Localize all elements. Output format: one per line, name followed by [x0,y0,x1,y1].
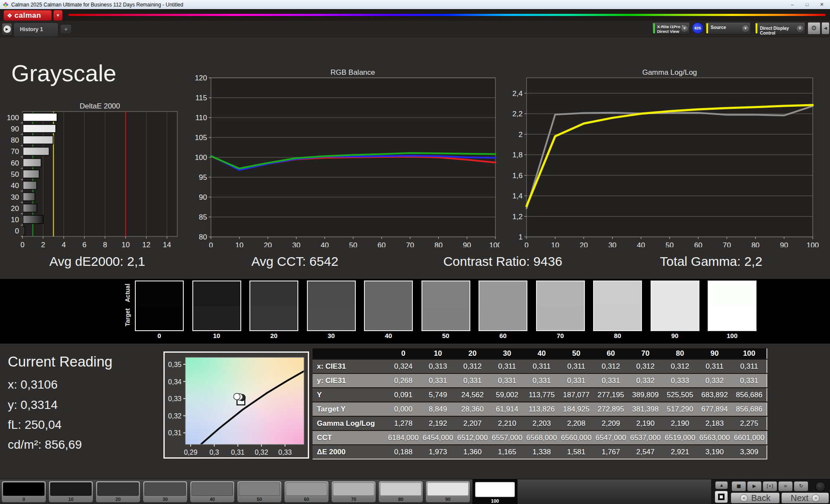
table-cell: 113,826 [524,402,559,416]
table-corner-cell [313,348,386,359]
patch-button-20[interactable]: 20 [96,481,140,503]
svg-text:80: 80 [751,241,760,247]
table-cell: 2,547 [628,445,663,459]
refresh-button[interactable]: ↻ [794,481,808,491]
table-cell: 24,562 [455,388,490,402]
table-column-header: 0 [386,348,421,359]
table-row: Target Y0,0008,84928,36061,914113,826184… [313,402,767,416]
grayscale-swatch-50 [421,281,470,331]
svg-text:0,33: 0,33 [278,449,292,456]
rgb-balance-line-chart: 8085909510010511011512001020304050607080… [190,68,500,247]
cie-chart-box: 0,350,340,330,320,310,290,30,310,320,33 [163,351,309,459]
table-cell: 2,192 [421,416,455,431]
table-cell: 2,921 [663,445,697,459]
collapse-panel-button[interactable]: ◀ [821,22,830,35]
brand-menu-button[interactable]: ▼ [53,10,63,21]
svg-text:2: 2 [519,131,523,139]
target-swatch-half [709,306,756,331]
source-dropdown[interactable]: Source ▼ [705,22,751,35]
grayscale-swatch-80 [593,281,642,331]
meter-dropdown[interactable]: X-Rite i1Pro 3 Direct View ▼ [652,22,690,35]
patch-button-10[interactable]: 10 [48,481,93,503]
table-row-label: CCT [313,431,386,445]
patch-swatch [144,482,186,496]
svg-text:12: 12 [142,241,150,249]
calman-logo-button[interactable]: ❖ calman [3,10,52,21]
swatch-level-label: 10 [192,332,241,339]
svg-text:70: 70 [723,241,731,247]
svg-text:0,32: 0,32 [255,449,268,456]
table-cell: 856,686 [732,388,767,402]
add-tab-button[interactable]: + [60,24,72,34]
next-button[interactable]: Next » [781,492,829,504]
patch-button-40[interactable]: 40 [190,481,235,503]
patch-button-70[interactable]: 70 [331,481,376,503]
layout-nav-button[interactable]: ▶ [2,23,12,35]
table-cell: 6184,000 [386,431,421,445]
page-title: Grayscale [11,60,116,86]
current-reading-x: x: 0,3106 [8,378,57,392]
patch-button-50[interactable]: 50 [237,481,282,503]
svg-text:0: 0 [524,241,528,247]
table-row-label: Target Y [313,402,386,416]
minimize-button[interactable]: – [785,0,800,9]
patch-button-100[interactable]: 100 [472,479,517,504]
patch-swatch [192,482,233,496]
table-cell: 28,360 [455,402,490,416]
table-cell: 8,849 [421,402,455,416]
table-cell: 0,312 [455,359,490,373]
chevron-down-icon: ▼ [742,26,749,32]
patch-label: 40 [190,496,234,503]
settings-button[interactable]: ⚙ [808,22,820,35]
grayscale-swatch-100 [708,281,757,331]
display-control-dropdown[interactable]: Direct Display Control ▼ [754,22,805,35]
back-button[interactable]: « Back [731,492,780,504]
table-cell: 856,686 [732,402,767,416]
table-cell: 0,324 [386,359,421,373]
svg-text:30: 30 [11,193,19,201]
patch-button-80[interactable]: 80 [378,481,423,503]
close-button[interactable]: ✕ [814,0,829,9]
stop-button[interactable]: ■ [731,481,746,491]
svg-text:1: 1 [519,233,523,241]
patch-swatch [50,482,92,496]
table-cell: 0,331 [732,373,767,388]
table-cell: 1,360 [455,445,490,459]
back-button-label: Back [751,493,770,503]
svg-text:90: 90 [780,241,788,247]
patch-label: 20 [96,496,140,503]
tab-strip: ▶ History 1 + X-Rite i1Pro 3 Direct View… [0,21,830,37]
table-cell: 3,309 [732,445,767,459]
svg-text:110: 110 [195,114,207,122]
table-row: y: CIE310,2680,3310,3310,3310,3310,3310,… [313,373,767,388]
table-cell: 0,332 [697,373,732,388]
calman-window: Calman 2025 Calman Ultimate for Business… [0,0,830,504]
play-button[interactable]: ▶ [747,481,762,491]
table-cell: 6454,000 [421,431,455,445]
patch-button-90[interactable]: 90 [425,481,470,503]
source-status-bar [706,23,708,33]
patch-window-button[interactable] [715,491,728,503]
table-cell: 272,895 [594,402,628,416]
patch-swatch [333,482,374,496]
svg-text:120: 120 [195,74,207,82]
svg-text:0,35: 0,35 [168,361,182,368]
table-cell: 1,581 [559,445,594,459]
patch-button-0[interactable]: 0 [1,481,46,503]
single-measure-button[interactable]: [•] [763,481,777,491]
patch-button-30[interactable]: 30 [143,481,188,503]
table-column-header: 40 [524,348,559,359]
current-reading-title: Current Reading [8,354,112,370]
patch-button-60[interactable]: 60 [284,481,329,503]
tab-history-1[interactable]: History 1 [13,22,58,37]
patch-label: 0 [2,496,46,503]
svg-text:2,4: 2,4 [512,89,523,98]
continuous-measure-button[interactable]: ∞ [778,481,793,491]
svg-text:0,33: 0,33 [168,395,182,402]
swatch-level-label: 0 [135,332,184,339]
actual-swatch-half [365,281,412,306]
grayscale-swatch-30 [307,281,356,331]
play-icon: ▶ [3,26,11,33]
expand-patch-list-button[interactable]: ▲ [715,481,728,489]
maximize-button[interactable]: □ [800,0,814,9]
